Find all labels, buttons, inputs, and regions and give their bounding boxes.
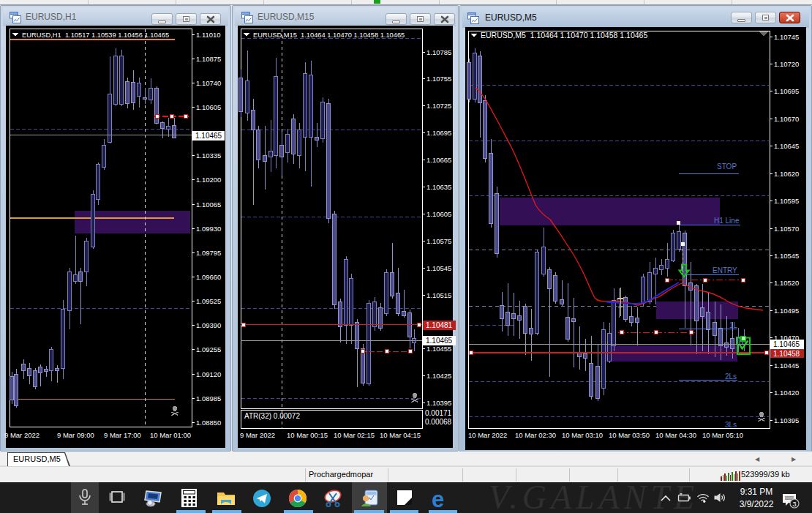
svg-text:9 Mar 09:00: 9 Mar 09:00 [57,431,94,439]
svg-text:1.09525: 1.09525 [196,297,221,305]
svg-text:1.10445: 1.10445 [774,362,799,370]
svg-text:1.10605: 1.10605 [196,103,221,111]
svg-text:1.09390: 1.09390 [196,321,221,329]
svg-text:1.10520: 1.10520 [774,279,799,287]
svg-text:1.10620: 1.10620 [774,170,799,178]
svg-text:9 Mar 2022: 9 Mar 2022 [240,431,275,439]
svg-text:1.10420: 1.10420 [774,389,799,397]
svg-text:1.10755: 1.10755 [426,75,451,83]
svg-text:1.08850: 1.08850 [196,419,221,427]
svg-text:1.10545: 1.10545 [426,264,451,272]
svg-text:1.10425: 1.10425 [426,372,451,380]
svg-text:10 Mar 00:15: 10 Mar 00:15 [287,431,328,439]
svg-text:10 Mar 03:10: 10 Mar 03:10 [562,431,603,439]
svg-text:10 Mar 02:15: 10 Mar 02:15 [334,431,375,439]
svg-text:10 Mar 03:50: 10 Mar 03:50 [609,431,650,439]
svg-text:10 Mar 01:00: 10 Mar 01:00 [150,431,191,439]
svg-text:ATR(32) 0.00072: ATR(32) 0.00072 [244,412,300,420]
svg-text:1.10465: 1.10465 [773,340,800,348]
svg-text:1.10575: 1.10575 [426,237,451,245]
svg-text:10 Mar 02:30: 10 Mar 02:30 [515,431,556,439]
svg-text:10 Mar 04:15: 10 Mar 04:15 [380,431,421,439]
svg-text:EURUSD,H1 1.10517 1.10539 1.1: EURUSD,H1 1.10517 1.10539 1.10456 1.1046… [22,31,169,39]
svg-text:EURUSD,M5 1.10464 1.10470 1.1: EURUSD,M5 1.10464 1.10470 1.10458 1.1046… [481,31,647,40]
svg-text:H1 Line: H1 Line [714,217,740,225]
svg-text:0.00171: 0.00171 [425,409,452,417]
svg-text:1.10395: 1.10395 [426,399,451,407]
svg-text:1.10065: 1.10065 [196,201,221,209]
svg-text:10 Mar 05:10: 10 Mar 05:10 [702,431,743,439]
svg-text:10 Mar 04:30: 10 Mar 04:30 [655,431,696,439]
svg-text:1.10595: 1.10595 [774,197,799,205]
svg-text:1.10465: 1.10465 [195,132,222,140]
svg-text:1.10725: 1.10725 [426,102,451,110]
svg-text:1.10695: 1.10695 [774,87,799,95]
svg-text:1.10785: 1.10785 [426,48,451,56]
svg-text:1.10570: 1.10570 [774,225,799,233]
svg-text:1L: 1L [729,321,738,329]
svg-text:1.10495: 1.10495 [774,307,799,315]
svg-text:1.09660: 1.09660 [196,273,221,281]
svg-text:3: 3 [792,501,796,508]
svg-text:1.10645: 1.10645 [774,142,799,150]
svg-text:9 Mar 17:00: 9 Mar 17:00 [104,431,141,439]
svg-text:1.10545: 1.10545 [774,252,799,260]
svg-text:1.10695: 1.10695 [426,129,451,137]
svg-text:1.08985: 1.08985 [196,394,221,402]
svg-text:10 Mar 2022: 10 Mar 2022 [468,431,507,439]
svg-text:1.10720: 1.10720 [774,60,799,68]
svg-text:1.09930: 1.09930 [196,225,221,233]
svg-text:1.11010: 1.11010 [196,31,221,39]
svg-text:1.10635: 1.10635 [426,183,451,191]
svg-text:1.10465: 1.10465 [426,337,453,345]
svg-text:1.10335: 1.10335 [196,151,221,160]
svg-text:1.10200: 1.10200 [196,176,221,184]
svg-text:1.10515: 1.10515 [426,291,451,299]
svg-text:1.10875: 1.10875 [196,55,221,63]
svg-text:1.10481: 1.10481 [426,321,453,329]
svg-text:1.09255: 1.09255 [196,345,221,353]
svg-text:0.00068: 0.00068 [425,418,452,426]
svg-text:ENTRY: ENTRY [713,266,737,274]
svg-text:EURUSD,M15 1.10464 1.10470 1.: EURUSD,M15 1.10464 1.10470 1.10458 1.104… [253,31,405,39]
svg-text:1.10395: 1.10395 [774,416,799,424]
svg-text:1.10740: 1.10740 [196,79,221,87]
svg-text:1.09120: 1.09120 [196,370,221,378]
svg-text:1.10745: 1.10745 [774,33,799,41]
svg-text:3Ls: 3Ls [725,421,737,429]
svg-text:1.10665: 1.10665 [426,156,451,164]
svg-text:1.10605: 1.10605 [426,210,451,218]
svg-text:9 Mar 2022: 9 Mar 2022 [4,431,40,439]
svg-text:1.10458: 1.10458 [773,350,800,358]
svg-text:1.10670: 1.10670 [774,115,799,123]
svg-text:2Ls: 2Ls [725,372,737,381]
svg-text:1.10455: 1.10455 [426,345,451,353]
svg-text:1.09795: 1.09795 [196,249,221,257]
svg-text:STOP: STOP [717,162,737,171]
